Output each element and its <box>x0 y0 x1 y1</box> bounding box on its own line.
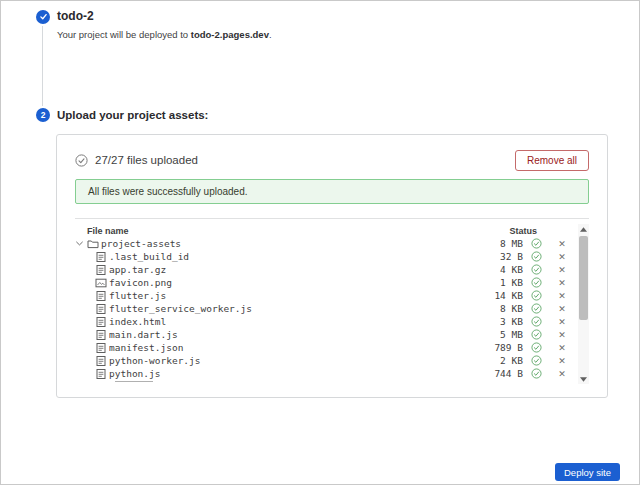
file-size: 4 KB <box>477 264 523 275</box>
status-column-header: Status <box>509 226 537 236</box>
scroll-up-icon[interactable] <box>578 224 589 234</box>
file-name: manifest.json <box>109 342 477 353</box>
file-size: 3 KB <box>477 316 523 327</box>
file-icon <box>95 329 109 341</box>
step-connector-line <box>42 26 43 106</box>
file-name: python-worker.js <box>109 355 477 366</box>
scrollbar-thumb[interactable] <box>579 236 588 320</box>
file-name: favicon.png <box>109 277 477 288</box>
file-icon <box>95 368 109 380</box>
uploaded-check-icon <box>523 303 549 314</box>
project-name-title: todo-2 <box>57 9 94 23</box>
file-table-header: File name Status <box>75 224 589 237</box>
uploaded-check-icon <box>523 355 549 366</box>
uploaded-check-icon <box>523 368 549 379</box>
file-icon <box>95 264 109 276</box>
file-name: index.html <box>109 316 477 327</box>
uploaded-check-icon <box>523 342 549 353</box>
file-list: project-assets 8 MB ✕ .last_build_id 32 … <box>75 237 589 382</box>
file-size: 8 KB <box>477 303 523 314</box>
file-icon <box>95 251 109 263</box>
uploaded-check-icon <box>523 290 549 301</box>
uploaded-check-icon <box>523 277 549 288</box>
remove-file-button[interactable]: ✕ <box>549 304 575 314</box>
upload-panel: 27/27 files uploaded Remove all All file… <box>56 134 608 398</box>
uploaded-check-icon <box>523 264 549 275</box>
uploaded-check-icon <box>523 251 549 262</box>
panel-divider <box>75 218 589 219</box>
step2-indicator: 2 <box>36 108 50 122</box>
remove-file-button[interactable]: ✕ <box>549 330 575 340</box>
table-row: app.tar.gz 4 KB ✕ <box>75 263 589 276</box>
file-name: main.dart.js <box>109 329 477 340</box>
file-icon <box>95 303 109 315</box>
file-size: 2 KB <box>477 355 523 366</box>
scrollbar-track[interactable] <box>578 234 589 374</box>
deploy-site-button[interactable]: Deploy site <box>555 463 620 481</box>
file-size: 789 B <box>477 342 523 353</box>
clipped-file-text <box>115 381 153 382</box>
table-row: .last_build_id 32 B ✕ <box>75 250 589 263</box>
remove-file-button[interactable]: ✕ <box>549 369 575 379</box>
table-row: python-worker.js 2 KB ✕ <box>75 354 589 367</box>
file-size: 5 MB <box>477 329 523 340</box>
remove-file-button[interactable]: ✕ <box>549 265 575 275</box>
file-size: 32 B <box>477 251 523 262</box>
file-icon <box>95 381 109 382</box>
upload-success-banner: All files were successfully uploaded. <box>75 179 589 204</box>
scrollbar[interactable] <box>578 224 589 384</box>
remove-all-button[interactable]: Remove all <box>515 150 589 171</box>
remove-file-button[interactable]: ✕ <box>549 278 575 288</box>
step2-number: 2 <box>41 110 46 120</box>
remove-file-button[interactable]: ✕ <box>549 291 575 301</box>
upload-progress-check-icon <box>75 154 88 167</box>
file-size: 8 MB <box>477 238 523 249</box>
remove-file-button[interactable]: ✕ <box>549 239 575 249</box>
table-row: project-assets 8 MB ✕ <box>75 237 589 250</box>
file-icon <box>95 355 109 367</box>
uploaded-check-icon <box>523 316 549 327</box>
file-name: flutter_service_worker.js <box>109 303 477 314</box>
upload-step-title: Upload your project assets: <box>57 109 208 121</box>
file-table: File name Status project-assets 8 MB ✕ <box>75 224 589 382</box>
file-icon <box>95 316 109 328</box>
chevron-down-icon[interactable] <box>75 239 87 248</box>
table-row: flutter.js 14 KB ✕ <box>75 289 589 302</box>
remove-file-button[interactable]: ✕ <box>549 252 575 262</box>
check-icon <box>39 12 48 23</box>
file-size: 14 KB <box>477 290 523 301</box>
table-row: manifest.json 789 B ✕ <box>75 341 589 354</box>
deploy-target-description: Your project will be deployed to todo-2.… <box>57 29 272 40</box>
file-icon <box>95 290 109 302</box>
file-icon <box>95 342 109 354</box>
remove-file-button[interactable]: ✕ <box>549 343 575 353</box>
file-name: python.js <box>109 368 477 379</box>
file-name: project-assets <box>101 238 477 249</box>
file-name: app.tar.gz <box>109 264 477 275</box>
remove-file-button[interactable]: ✕ <box>549 317 575 327</box>
file-name: .last_build_id <box>109 251 477 262</box>
table-row: index.html 3 KB ✕ <box>75 315 589 328</box>
deploy-domain: todo-2.pages.dev <box>191 29 269 40</box>
clipped-file-row <box>75 380 589 382</box>
table-row: flutter_service_worker.js 8 KB ✕ <box>75 302 589 315</box>
step1-complete-indicator <box>36 10 50 24</box>
file-name-column-header: File name <box>75 226 509 236</box>
scroll-down-icon[interactable] <box>578 374 589 384</box>
table-row: favicon.png 1 KB ✕ <box>75 276 589 289</box>
table-row: python.js 744 B ✕ <box>75 367 589 380</box>
upload-progress-text: 27/27 files uploaded <box>95 154 198 166</box>
folder-icon <box>87 238 101 250</box>
file-size: 1 KB <box>477 277 523 288</box>
image-file-icon <box>95 277 109 289</box>
uploaded-check-icon <box>523 329 549 340</box>
remove-file-button[interactable]: ✕ <box>549 356 575 366</box>
file-size: 744 B <box>477 368 523 379</box>
file-name: flutter.js <box>109 290 477 301</box>
uploaded-check-icon <box>523 238 549 249</box>
table-row: main.dart.js 5 MB ✕ <box>75 328 589 341</box>
